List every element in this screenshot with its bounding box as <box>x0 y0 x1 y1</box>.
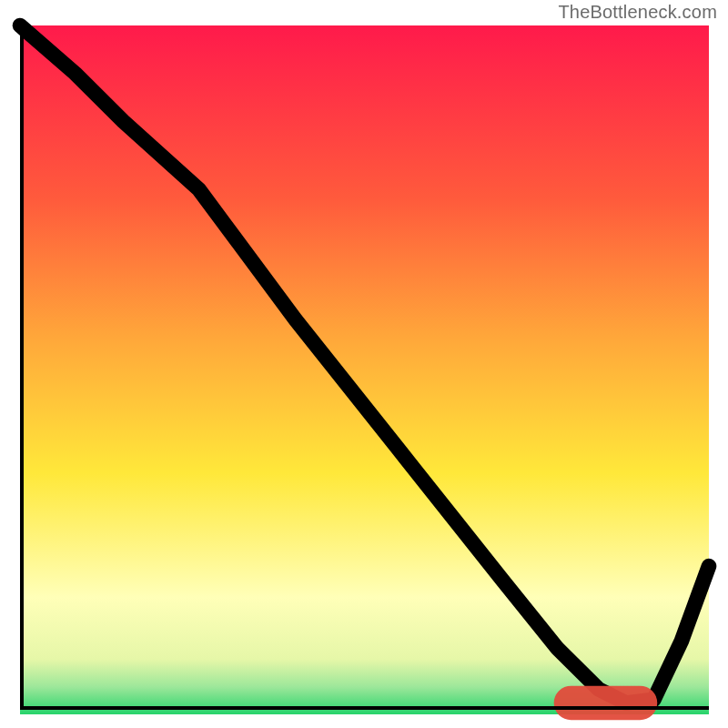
chart-area <box>20 25 709 710</box>
watermark-text: TheBottleneck.com <box>558 2 717 23</box>
bottleneck-curve <box>20 25 709 703</box>
chart-svg-layer <box>20 25 709 710</box>
